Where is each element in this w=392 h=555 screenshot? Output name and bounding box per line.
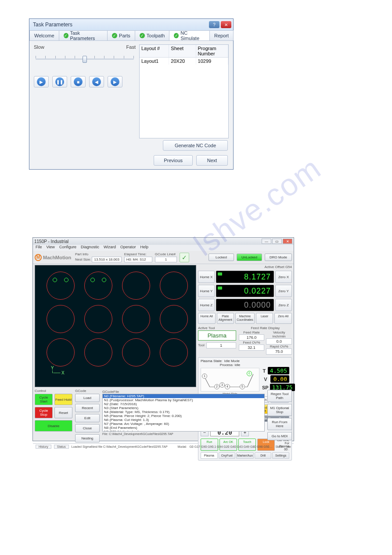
gcode-line[interactable]: N0 (Filename: H295.TAP) <box>103 394 264 398</box>
tool-field[interactable]: 1 <box>206 342 236 348</box>
machine-coords-button[interactable]: Machine Coordinates <box>235 313 255 324</box>
gcode-listing[interactable]: N0 (Filename: H295.TAP) N1 (Postprocesso… <box>102 394 265 432</box>
tab-task-parameters[interactable]: ✓Task Parameters <box>59 30 108 40</box>
run-from-here-button[interactable]: Run From Here <box>267 418 292 430</box>
dro-mode-button[interactable]: DRO Mode <box>265 254 292 261</box>
home-y-button[interactable]: Home Y <box>198 285 215 297</box>
velocity-value[interactable]: 0.0 <box>266 338 292 345</box>
gcode-line[interactable]: N7 (Plasma: Arc Voltage: , Amperage: 60) <box>103 422 264 426</box>
disable-button[interactable]: Disable <box>35 420 72 432</box>
gcode-line[interactable]: N5 (Plasma: Pierce Height: 2, Pierce Tim… <box>103 414 264 418</box>
edit-button[interactable]: Edit <box>75 414 100 422</box>
zero-y-button[interactable]: Zero Y <box>275 285 292 297</box>
menu-view[interactable]: View <box>47 245 55 251</box>
gcode-line[interactable]: N4 (Material: Type: MS, Thickness: 0.179… <box>103 410 264 414</box>
tab-toolpath[interactable]: ✓Toolpath <box>135 30 170 40</box>
tab-nc-simulate[interactable]: ✓NC Simulate <box>169 30 210 40</box>
gcode-line-field[interactable]: 1 <box>155 257 177 262</box>
feed-ov-value[interactable]: 32.1 <box>239 345 265 351</box>
step-fwd-button[interactable]: ▶ <box>108 76 122 87</box>
cycle-stop-button[interactable]: Cycle Stop <box>35 407 53 418</box>
toolpath-viewport[interactable]: Y└── X <box>35 265 196 387</box>
gcode-line[interactable]: N6 (Plasma: Cut Height: 1.3) <box>103 418 264 422</box>
dro-y-value[interactable]: 0.0227 <box>216 285 274 297</box>
titlebar[interactable]: Task Parameters ? ✕ <box>29 19 233 30</box>
m1-optional-stop-button[interactable]: M1 Optional Stop <box>267 404 292 416</box>
nesting-button[interactable]: Nesting <box>75 434 100 443</box>
gcode-line[interactable]: N8 (End Parameters) <box>103 426 264 430</box>
plasma-tabs: Plasma OxyFuel Marker/Aux Drill Settings <box>201 452 289 459</box>
file-path: File: C:\Mach4_Development\GCodeFiles\02… <box>102 432 265 435</box>
process-value: Idle <box>234 363 240 367</box>
zero-all-button[interactable]: Zero All <box>274 313 292 324</box>
help-icon[interactable]: ? <box>209 21 219 28</box>
playback-controls: ▶ ❚❚ ■ ◀ ▶ <box>34 76 136 87</box>
close-icon[interactable]: ✕ <box>221 21 231 28</box>
pause-button[interactable]: ❚❚ <box>52 76 67 87</box>
gcode-line[interactable]: N2 (Date: 7/15/2016) <box>103 402 264 406</box>
previous-button[interactable]: Previous <box>154 155 193 166</box>
go-to-mdi-button[interactable]: Go to MDI <box>267 432 292 440</box>
gcode-column: GCode Load Recent Edit Close Nesting <box>75 389 100 443</box>
menu-diagnostic[interactable]: Diagnostic <box>81 245 99 251</box>
dro-z-value[interactable]: 0.0000 <box>216 299 274 311</box>
zero-x-button[interactable]: Zero X <box>275 271 292 283</box>
speed-slider[interactable] <box>34 54 136 65</box>
window-title: 1150P - Industrial <box>34 239 261 244</box>
task-parameters-window: Task Parameters ? ✕ Welcome ✓Task Parame… <box>29 18 234 170</box>
menu-help[interactable]: Help <box>140 245 148 251</box>
laser-button[interactable]: Laser <box>256 313 273 324</box>
tab-marker[interactable]: Marker/Aux <box>236 452 254 459</box>
grid-row[interactable]: Layout1 20X20 10299 <box>140 58 228 65</box>
status-tab-status[interactable]: Status <box>54 445 69 449</box>
reset-button[interactable]: Reset <box>54 407 72 418</box>
stop-button[interactable]: ■ <box>71 76 86 87</box>
menu-file[interactable]: File <box>36 245 42 251</box>
cycle-start-button[interactable]: Cycle Start <box>35 394 53 405</box>
close-button[interactable]: Close <box>75 424 100 432</box>
tab-oxyfuel[interactable]: OxyFuel <box>219 452 236 459</box>
home-z-button[interactable]: Home Z <box>198 299 215 311</box>
velocity-label: Velocity inch/min <box>266 330 292 338</box>
tab-settings[interactable]: Settings <box>272 452 289 459</box>
tab-drill[interactable]: Drill <box>255 452 272 459</box>
tab-plasma[interactable]: Plasma <box>201 452 218 459</box>
maximize-icon[interactable]: ▭ <box>272 239 282 244</box>
rapid-ov-value[interactable]: 75.0 <box>266 348 292 355</box>
titlebar[interactable]: 1150P - Industrial — ▭ ✕ <box>33 238 294 245</box>
home-x-button[interactable]: Home X <box>198 271 215 283</box>
step-back-button[interactable]: ◀ <box>89 76 104 87</box>
plate-alignment-button[interactable]: Plate Alignment <box>217 313 234 324</box>
home-all-button[interactable]: Home All <box>198 313 216 324</box>
menu-operator[interactable]: Operator <box>120 245 136 251</box>
minimize-icon[interactable]: — <box>262 239 271 244</box>
next-button[interactable]: Next <box>196 155 228 166</box>
recent-button[interactable]: Recent <box>75 404 100 412</box>
gcode-line[interactable]: N3 (Start Parameters) <box>103 406 264 410</box>
menu-wizard[interactable]: Wizard <box>104 245 116 251</box>
dro-x-value[interactable]: 8.1727 <box>216 271 274 283</box>
layout-grid[interactable]: Layout # Sheet Program Number Layout1 20… <box>139 44 229 138</box>
slider-thumb[interactable] <box>83 56 87 63</box>
feed-hold-button[interactable]: Feed Hold <box>54 394 72 405</box>
generate-nc-code-button[interactable]: Generate NC Code <box>163 140 228 151</box>
feed-rate-value[interactable]: 176.0 <box>239 334 265 341</box>
load-button[interactable]: Load <box>75 394 100 402</box>
part-info: Part Info Nest Size: 13.510 x 18.003 <box>75 252 122 262</box>
dro-row-y: Home Y 0.0227 Zero Y <box>198 285 292 297</box>
elapsed-label: Elapsed Time: <box>124 252 152 256</box>
menu-configure[interactable]: Configure <box>59 245 76 251</box>
locked-button[interactable]: Locked <box>209 254 234 261</box>
skip-prev-icon: ◀ <box>92 77 101 86</box>
status-tab-history[interactable]: History <box>36 445 51 449</box>
zero-z-button[interactable]: Zero Z <box>275 299 292 311</box>
tab-parts[interactable]: ✓Parts <box>107 30 135 40</box>
regen-toolpath-button[interactable]: Regen Tool Path <box>267 390 292 402</box>
tab-welcome[interactable]: Welcome <box>29 30 59 40</box>
play-button[interactable]: ▶ <box>34 76 49 87</box>
unlocked-button[interactable]: UnLocked <box>237 254 262 261</box>
close-icon[interactable]: ✕ <box>283 239 292 244</box>
nest-size-field[interactable]: 13.510 x 18.003 <box>92 257 121 262</box>
tab-report[interactable]: Report <box>209 30 234 40</box>
gcode-line[interactable]: N1 (Postprocessor: MachMotion Plasma by … <box>103 398 264 402</box>
